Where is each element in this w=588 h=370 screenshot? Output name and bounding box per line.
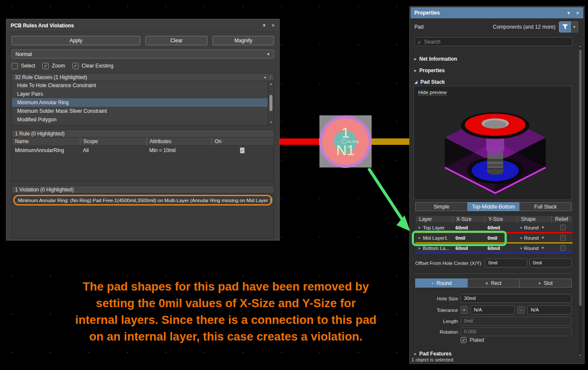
table-row-top-layer[interactable]: ▸Top Layer 60mil 60mil ●Round▼ [415,223,573,232]
table-row-bottom-layer[interactable]: ▸Bottom La... 60mil 60mil ●Round▼ [415,244,573,253]
list-item[interactable]: Hole To Hole Clearance Constraint [12,81,274,90]
hole-shape-slot-button[interactable]: ●Slot [519,279,572,288]
clear-existing-checkbox-label: Clear Existing [82,63,113,69]
magnify-button[interactable]: Magnify [213,36,274,45]
hole-size-field[interactable]: 30mil [461,294,572,303]
dialog-titlebar[interactable]: PCB Rules And Violations ▼ ✕ [6,19,279,32]
shape-dropdown[interactable]: ●Round▼ [517,246,551,251]
y-size-value[interactable]: 60mil [484,246,517,251]
filter-button[interactable] [559,21,571,32]
plated-checkbox[interactable]: ✓ Plated [461,337,484,343]
panel-close-icon[interactable]: ✕ [576,11,579,15]
trace-gold-mid-layer[interactable] [371,138,409,145]
y-size-value[interactable]: 60mil [484,225,517,230]
section-properties[interactable]: ▸ Properties [414,66,445,75]
section-pad-stack[interactable]: ◢ Pad Stack [414,78,445,86]
select-checkbox[interactable]: Select [12,63,35,69]
zoom-checkbox[interactable]: ✓ Zoom [42,63,65,69]
dialog-close-icon[interactable]: ✕ [272,23,275,28]
table-row-mid-layer1[interactable]: ▸Mid Layer1 0mil 0mil ●Round▼ [415,233,573,242]
properties-titlebar[interactable]: Properties ▼ ✕ [411,7,583,18]
panel-menu-icon[interactable]: ▼ [567,11,571,15]
pad-stack-preview[interactable]: Hide preview [414,86,572,200]
column-header-shape[interactable]: Shape [517,216,551,223]
hole-shape-label: Slot [544,280,553,286]
tab-simple[interactable]: Simple [415,202,468,211]
relief-checkbox[interactable] [560,225,566,230]
column-header-attributes[interactable]: Attributes [146,138,211,145]
tolerance-minus-field[interactable]: N/A [527,305,572,314]
scroll-down-icon[interactable]: ▼ [268,120,274,124]
chevron-right-icon[interactable]: ▸ [419,226,420,229]
rule-classes-header-label: 32 Rule Classes (1 Highlighted) [15,74,263,80]
search-placeholder: Search [424,39,440,45]
table-row[interactable]: MinimumAnnularRing All Min = 10mil ✓ [12,146,274,155]
rule-classes-header[interactable]: 32 Rule Classes (1 Highlighted) ▲ [12,73,274,81]
column-header-scope[interactable]: Scope [80,138,146,145]
list-scrollbar[interactable]: ▲ ▼ [268,81,274,125]
column-header-relief[interactable]: Relief [551,216,572,223]
violations-header: 1 Violation (0 Highlighted) [12,185,274,194]
apply-button[interactable]: Apply [12,36,140,45]
section-pad-features[interactable]: ▸ Pad Features [414,351,452,357]
hole-shape-rect-button[interactable]: ■Rect [467,279,520,288]
search-icon: ⌕ [418,39,421,45]
list-item[interactable]: Minimum Solder Mask Sliver Constraint [12,107,274,115]
relief-checkbox[interactable] [560,235,566,241]
offset-x-field[interactable]: 0mil [485,258,527,267]
shape-dropdown[interactable]: ●Round▼ [517,235,551,241]
scrollbar-thumb[interactable] [579,50,582,306]
shape-value: Round [524,225,538,230]
rules-header-label: 1 Rule (0 Highlighted) [15,131,271,137]
hole-shape-round-button[interactable]: ●Round [415,279,468,288]
pad-3d-preview-image [429,100,561,196]
scroll-up-icon[interactable]: ▲ [578,44,582,47]
violation-item[interactable]: Minimum Annular Ring: (No Ring) Pad Free… [13,195,272,206]
scroll-up-icon[interactable]: ▲ [268,82,274,86]
list-item-selected[interactable]: Minimum Annular Ring [12,98,274,107]
tolerance-plus-field[interactable]: N/A [470,305,515,314]
section-net-information[interactable]: ▸ Net Information [414,55,457,63]
hide-preview-link[interactable]: Hide preview [418,90,446,95]
relief-checkbox[interactable] [560,245,566,251]
x-size-value[interactable]: 60mil [452,225,484,230]
rotation-field[interactable]: 0.000 [461,327,572,336]
panel-scrollbar[interactable]: ▲ ▼ [578,44,583,358]
dialog-menu-icon[interactable]: ▼ [262,23,266,28]
clear-existing-checkbox[interactable]: ✓ Clear Existing [72,63,113,69]
filter-dropdown-button[interactable]: ▼ [571,21,578,32]
tolerance-plus-sign: + [461,306,468,314]
rules-table: Name Scope Attributes On MinimumAnnularR… [12,138,274,182]
x-size-value[interactable]: 0mil [452,235,484,241]
column-header-x-size[interactable]: X-Size [452,216,485,223]
column-header-name[interactable]: Name [12,138,80,145]
chevron-right-icon[interactable]: ▸ [419,246,420,250]
tab-full-stack[interactable]: Full Stack [519,202,572,211]
scrollbar-thumb[interactable] [269,95,272,111]
object-type-label: Pad [414,24,493,30]
caption-text: The pad shapes for this pad have been re… [42,278,410,345]
column-header-on[interactable]: On [211,138,274,145]
section-label: Net Information [420,56,458,62]
length-field[interactable]: 0mil [461,317,572,326]
y-size-value[interactable]: 0mil [484,235,517,241]
list-item[interactable]: Layer Pairs [12,90,274,98]
tab-top-middle-bottom[interactable]: Top-Middle-Bottom [467,202,520,211]
x-size-value[interactable]: 60mil [452,246,484,251]
clear-button[interactable]: Clear [145,36,207,45]
rule-on-checkbox[interactable]: ✓ [240,147,245,153]
shape-dropdown[interactable]: ●Round▼ [517,225,551,230]
chevron-right-icon[interactable]: ▸ [419,236,420,240]
column-header-y-size[interactable]: Y-Size [485,216,517,223]
scroll-down-icon[interactable]: ▼ [578,354,582,357]
scope-selector-label[interactable]: Components (and 12 more) [493,24,555,30]
checkbox-checked-icon: ✓ [42,63,49,69]
display-mode-select[interactable]: Normal ▼ [12,50,274,59]
offset-y-field[interactable]: 0mil [529,258,572,267]
search-input[interactable]: ⌕ Search [414,37,573,46]
chevron-down-icon: ▼ [541,226,544,229]
column-header-layer[interactable]: Layer [416,216,452,223]
sort-up-icon[interactable]: ▲ [263,75,271,79]
trace-red-top-layer[interactable] [280,138,319,145]
list-item[interactable]: Modified Polygon [12,115,274,124]
